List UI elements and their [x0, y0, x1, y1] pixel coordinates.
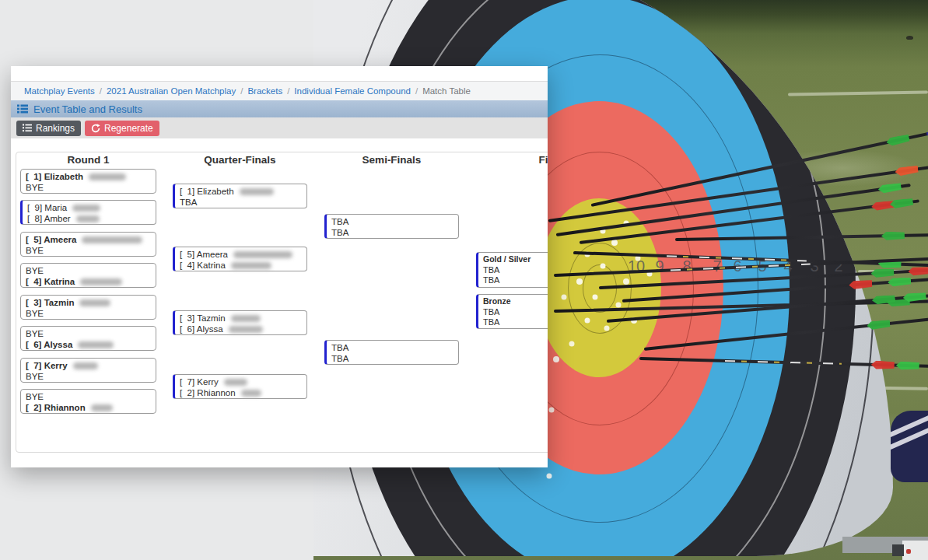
breadcrumb-separator: /	[240, 86, 243, 96]
redacted-surname	[89, 173, 126, 180]
match-box[interactable]: [ 3] Tazmin BYE	[20, 295, 156, 320]
match-box[interactable]: BYE [ 2] Rhiannon	[20, 389, 156, 414]
ring-number: 9	[655, 257, 664, 275]
breadcrumb-separator: /	[287, 86, 289, 96]
field-line	[788, 90, 928, 96]
redacted-surname	[240, 188, 274, 195]
final-match-box-bronze[interactable]: Bronze TBA TBA	[476, 294, 548, 329]
match-box[interactable]: TBA TBA	[324, 214, 459, 239]
final-match-box-gold[interactable]: Gold / Silver TBA TBA	[476, 252, 548, 288]
fletching	[885, 134, 910, 147]
fletching	[895, 165, 919, 177]
rankings-button-label: Rankings	[36, 123, 75, 134]
refresh-icon	[91, 124, 100, 133]
fletching	[896, 361, 919, 370]
quiver-object	[891, 411, 928, 482]
final-label: Gold / Silver	[483, 254, 548, 265]
rankings-list-icon	[23, 124, 32, 132]
fletching	[881, 231, 905, 240]
breadcrumb-separator: /	[100, 86, 102, 96]
fletching	[908, 266, 928, 276]
panel-header: Event Table and Results	[11, 100, 548, 117]
breadcrumb-link-event[interactable]: 2021 Australian Open Matchplay	[107, 86, 236, 96]
breadcrumb-link-matchplay-events[interactable]: Matchplay Events	[24, 86, 95, 96]
redacted-surname	[231, 262, 271, 269]
match-box[interactable]: [ 7] Kerry [ 2] Rhiannon	[173, 374, 307, 399]
breadcrumb-separator: /	[415, 86, 418, 96]
breadcrumb: Matchplay Events / 2021 Australian Open …	[11, 81, 548, 100]
fletching	[888, 277, 912, 287]
redacted-surname	[231, 315, 261, 322]
final-label: Bronze	[483, 296, 548, 307]
redacted-surname	[72, 205, 100, 212]
match-box[interactable]: BYE [ 6] Alyssa	[20, 326, 156, 351]
redacted-surname	[224, 379, 247, 386]
regenerate-button-label: Regenerate	[104, 123, 153, 134]
panel-title: Event Table and Results	[33, 103, 142, 115]
match-box[interactable]: [ 1] Elizabeth BYE	[20, 169, 156, 194]
stand-marker	[906, 549, 911, 554]
match-box[interactable]: [ 1] Elizabeth TBA	[173, 184, 307, 208]
redacted-surname	[82, 236, 142, 243]
breadcrumb-current: Match Table	[422, 86, 471, 96]
column-header-semifinals: Semi-Finals	[324, 153, 459, 167]
match-box[interactable]: BYE [ 4] Katrina	[20, 263, 156, 288]
fletching	[877, 182, 902, 194]
redacted-surname	[79, 299, 110, 306]
browser-window: Matchplay Events / 2021 Australian Open …	[11, 66, 548, 467]
match-box[interactable]: [ 7] Kerry BYE	[20, 358, 156, 383]
toolbar: Rankings Regenerate	[11, 117, 548, 138]
match-box[interactable]: [ 5] Ameera [ 4] Katrina	[173, 247, 307, 271]
bird	[906, 36, 913, 40]
redacted-surname	[233, 251, 292, 258]
breadcrumb-link-division[interactable]: Individual Female Compound	[294, 86, 411, 96]
desktop-backdrop: 10 9 8 7 6 5 4 3 2 1	[0, 0, 928, 560]
regenerate-button[interactable]: Regenerate	[85, 121, 159, 136]
redacted-surname	[80, 278, 122, 285]
table-list-icon	[17, 104, 28, 114]
column-header-round1: Round 1	[20, 153, 156, 167]
breadcrumb-link-brackets[interactable]: Brackets	[247, 86, 282, 96]
column-header-finals: Finals	[476, 153, 548, 167]
redacted-surname	[241, 390, 261, 397]
match-box[interactable]: [ 3] Tazmin [ 6] Alyssa	[173, 310, 307, 335]
redacted-surname	[73, 362, 98, 369]
redacted-surname	[76, 215, 100, 222]
rankings-button[interactable]: Rankings	[16, 121, 81, 136]
ring-number: 8	[682, 257, 691, 275]
match-box[interactable]: TBA TBA	[324, 340, 459, 365]
match-box[interactable]: [ 5] Ameera BYE	[20, 232, 156, 257]
redacted-surname	[229, 326, 263, 333]
redacted-surname	[78, 341, 114, 348]
stand-bolt	[892, 544, 904, 556]
column-header-quarterfinals: Quarter-Finals	[173, 153, 307, 167]
redacted-surname	[91, 404, 113, 411]
match-box[interactable]: [ 9] Maria [ 8] Amber	[20, 200, 156, 225]
